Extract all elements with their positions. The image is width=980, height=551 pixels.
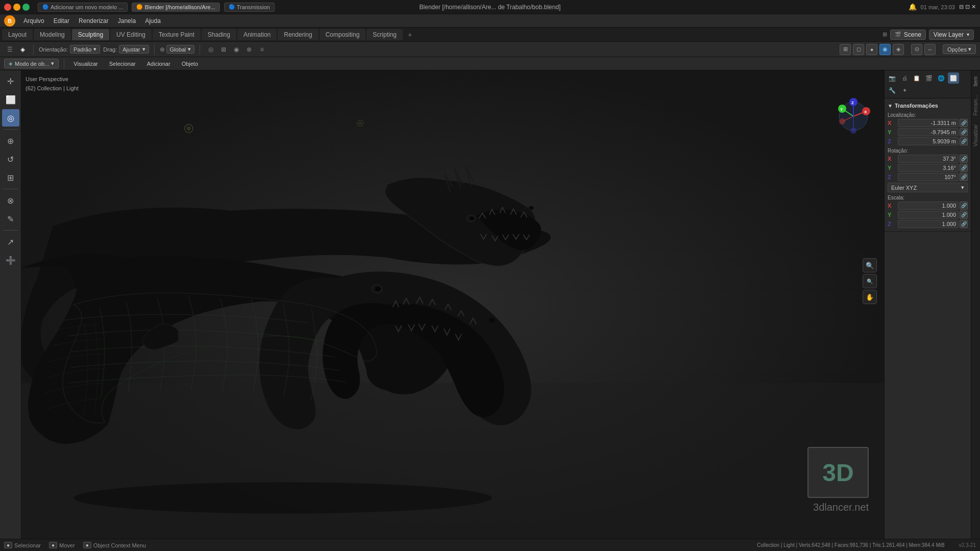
loc-z-link[interactable]: 🔗 (960, 137, 968, 145)
tab-rendering[interactable]: Rendering (278, 29, 318, 40)
scale-y-row: Y 1.000 🔗 (888, 211, 968, 219)
loc-x-link[interactable]: 🔗 (960, 119, 968, 127)
menu-ajuda[interactable]: Ajuda (141, 16, 165, 26)
add-btn[interactable]: ➕ (2, 252, 19, 269)
right-panel: 📷 🖨 📋 🎬 🌐 ⬜ 🔧 ✦ ▼ Transformações Localiz… (884, 70, 971, 539)
toolbar-mode-icon[interactable]: ☰ (4, 44, 15, 55)
loc-x-value[interactable]: -1.3311 m (898, 119, 959, 127)
tab-texture-paint[interactable]: Texture Paint (153, 29, 201, 40)
overlay-btn[interactable]: ⊙ (911, 44, 922, 55)
pivot-icon[interactable]: ◎ (205, 44, 216, 55)
tab-layout[interactable]: Layout (2, 29, 33, 40)
proportional-icon[interactable]: ◉ (231, 44, 242, 55)
orientation-dropdown[interactable]: Padrão ▾ (70, 45, 100, 54)
win-max-btn[interactable] (22, 4, 30, 11)
rot-z-link[interactable]: 🔗 (960, 173, 968, 181)
tab-modeling[interactable]: Modeling (34, 29, 71, 40)
menu-janela[interactable]: Janela (114, 16, 140, 26)
notification-icon[interactable]: 🔔 (909, 3, 917, 11)
gizmo-btn[interactable]: ↔ (924, 44, 936, 55)
tab-scripting[interactable]: Scripting (366, 29, 403, 40)
modifier-props-icon[interactable]: 🔧 (887, 85, 898, 96)
rot-x-value[interactable]: 37.3° (898, 155, 959, 163)
rot-x-link[interactable]: 🔗 (960, 155, 968, 163)
tab-animation[interactable]: Animation (237, 29, 277, 40)
scale-y-value[interactable]: 1.000 (898, 211, 959, 219)
options-btn[interactable]: Opções ▾ (943, 44, 976, 54)
location-x-row: X -1.3311 m 🔗 (888, 119, 968, 127)
tab-shading[interactable]: Shading (202, 29, 236, 40)
loc-z-value[interactable]: 5.9039 m (898, 137, 959, 145)
tab-compositing[interactable]: Compositing (320, 29, 366, 40)
cursor-tool-btn[interactable]: ✛ (2, 72, 19, 90)
ferram-tab[interactable]: Ferram... (973, 91, 978, 120)
tab-sculpting[interactable]: Sculpting (72, 29, 109, 40)
add-workspace-btn[interactable]: + (404, 30, 416, 40)
move-btn[interactable]: ⊕ (2, 132, 19, 149)
annotate-btn[interactable]: ✎ (2, 210, 19, 228)
zoom-out-btn[interactable]: 🔍 (863, 274, 877, 288)
hand-tool-btn[interactable]: ✋ (863, 290, 877, 304)
solid-shade-btn[interactable]: ● (866, 44, 877, 55)
rot-y-value[interactable]: 3.16° (898, 164, 959, 172)
menu-arquivo[interactable]: Arquivo (19, 16, 48, 26)
nav-gizmo-area[interactable]: X Y Z (833, 96, 874, 138)
scale-z-value[interactable]: 1.000 (898, 220, 959, 228)
material-shade-btn[interactable]: ◉ (879, 44, 891, 55)
mode-dropdown-btn[interactable]: ◈ Modo de ob... ▾ (4, 59, 59, 68)
scale-y-link[interactable]: 🔗 (960, 211, 968, 219)
scene-props-icon[interactable]: 🎬 (923, 72, 935, 84)
win-close-btn[interactable] (4, 4, 11, 11)
rot-z-value[interactable]: 107° (898, 173, 959, 181)
rotate-btn[interactable]: ↺ (2, 151, 19, 168)
output-props-icon[interactable]: 🖨 (899, 72, 910, 84)
scene-dropdown[interactable]: 🎬 Scene (890, 30, 926, 40)
toolbar-active-icon[interactable]: ◈ (17, 44, 28, 55)
extra-icon[interactable]: ≡ (256, 44, 267, 55)
zoom-in-btn[interactable]: 🔍 (863, 258, 877, 272)
tab-blender-main[interactable]: 🟠 Blender [/home/allison/Are... (132, 3, 219, 12)
add-menu-btn[interactable]: Adicionar (143, 60, 175, 68)
item-tab[interactable]: Item (973, 72, 978, 90)
world-props-icon[interactable]: 🌐 (936, 72, 947, 84)
particles-props-icon[interactable]: ✦ (899, 85, 910, 96)
view-layer-dropdown[interactable]: View Layer ▾ (929, 30, 974, 40)
object-props-icon[interactable]: ⬜ (948, 72, 959, 84)
visualizar-tab[interactable]: Visualizar (973, 120, 978, 151)
render-props-icon[interactable]: 📷 (887, 72, 898, 84)
editor-type-btn[interactable]: ⊞ (840, 44, 851, 55)
snap-icon[interactable]: ⊠ (218, 44, 229, 55)
rot-y-link[interactable]: 🔗 (960, 164, 968, 172)
drag-dropdown[interactable]: Ajustar ▾ (119, 45, 149, 54)
scale-x-value[interactable]: 1.000 (898, 202, 959, 210)
scale-x-link[interactable]: 🔗 (960, 202, 968, 210)
wireframe-shade-btn[interactable]: ◻ (853, 44, 864, 55)
select-box-btn[interactable]: ⬜ (2, 91, 19, 108)
menu-renderizar[interactable]: Renderizar (75, 16, 113, 26)
tab-uv-editing[interactable]: UV Editing (110, 29, 152, 40)
object-menu-btn[interactable]: Objeto (178, 60, 202, 68)
system-tray[interactable]: ⊟ ⊡ ✕ (959, 4, 976, 10)
transforms-section: ▼ Transformações Localização: X -1.3311 … (885, 98, 971, 232)
tab-new-model[interactable]: 🔵 Adicionar um novo modelo ... (38, 3, 128, 12)
measure-btn[interactable]: ↗ (2, 233, 19, 251)
menu-editar[interactable]: Editar (50, 16, 74, 26)
transform-space-dropdown[interactable]: Global ▾ (166, 45, 195, 54)
view-layer-props-icon[interactable]: 📋 (911, 72, 922, 84)
tab-transmission[interactable]: 🔵 Transmission (224, 3, 275, 12)
win-min-btn[interactable] (13, 4, 20, 11)
props-icons-row: 📷 🖨 📋 🎬 🌐 ⬜ 🔧 ✦ (885, 70, 971, 98)
transform-icon[interactable]: ⊗ (243, 44, 255, 55)
scale-btn[interactable]: ⊞ (2, 169, 19, 186)
loc-y-link[interactable]: 🔗 (960, 128, 968, 136)
viewport[interactable]: User Perspective (62) Collection | Light… (21, 70, 884, 539)
transform-btn[interactable]: ⊗ (2, 192, 19, 209)
render-shade-btn[interactable]: ◈ (893, 44, 904, 55)
transforms-collapse[interactable]: ▼ (888, 103, 893, 109)
loc-y-value[interactable]: -9.7945 m (898, 128, 959, 136)
euler-dropdown[interactable]: Euler XYZ ▾ (888, 183, 968, 192)
select-circle-btn[interactable]: ◎ (2, 109, 19, 127)
view-menu-btn[interactable]: Visualizar (69, 60, 102, 68)
scale-z-link[interactable]: 🔗 (960, 220, 968, 228)
select-menu-btn[interactable]: Selecionar (105, 60, 140, 68)
